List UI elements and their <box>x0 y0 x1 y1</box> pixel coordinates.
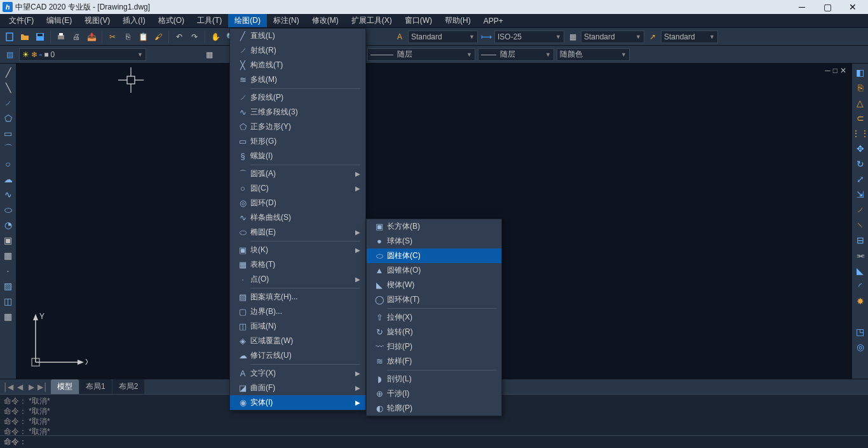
text-style-combo[interactable]: Standard▼ <box>408 31 478 43</box>
solid-menu-cone[interactable]: ▲圆锥体(O) <box>367 263 501 278</box>
pan-icon[interactable]: ✋ <box>208 30 222 44</box>
tab-模型[interactable]: 模型 <box>51 379 79 394</box>
ellipse-arc-tool-icon[interactable]: ◔ <box>2 219 15 231</box>
lineweight-combo[interactable]: ——随层▼ <box>478 48 554 61</box>
menu-窗口[interactable]: 窗口(W) <box>398 14 438 27</box>
open-icon[interactable] <box>18 30 32 44</box>
paste-icon[interactable]: 📋 <box>136 30 150 44</box>
menu-APP+[interactable]: APP+ <box>477 15 510 27</box>
table-style-icon[interactable]: ▦ <box>566 30 580 44</box>
tab-prev-icon[interactable]: ◀ <box>14 381 25 393</box>
print-preview-icon[interactable]: 🖨 <box>69 30 83 44</box>
solid-menu-cylinder[interactable]: ⬭圆柱体(C) <box>367 248 501 263</box>
new-icon[interactable] <box>3 30 17 44</box>
draw-menu-region[interactable]: ◫面域(N) <box>230 319 365 334</box>
menu-文件[interactable]: 文件(F) <box>3 14 40 27</box>
copy-icon[interactable]: ⎘ <box>121 30 135 44</box>
offset-tool-icon[interactable]: ⊂ <box>854 112 867 125</box>
tab-布局1[interactable]: 布局1 <box>79 379 112 394</box>
revcloud-tool-icon[interactable]: ☁ <box>2 173 15 186</box>
circle-tool-icon[interactable]: ○ <box>2 158 15 170</box>
draw-menu-pline[interactable]: ⟋多段线(P) <box>230 90 365 105</box>
draw-menu-arc[interactable]: ⌒圆弧(A)▶ <box>230 166 365 181</box>
tab-布局2[interactable]: 布局2 <box>112 379 145 394</box>
maximize-button[interactable]: ▢ <box>815 0 840 14</box>
menu-修改[interactable]: 修改(M) <box>306 14 345 27</box>
tab-last-icon[interactable]: ▶│ <box>37 381 48 393</box>
make-block-tool-icon[interactable]: ▦ <box>2 249 15 262</box>
dim-style-icon[interactable]: ⟼ <box>479 30 493 44</box>
draw-menu-ray[interactable]: ⟋射线(R) <box>230 43 365 58</box>
layer-manager-icon[interactable]: ▤ <box>3 48 17 62</box>
command-input[interactable] <box>29 437 864 448</box>
menu-标注[interactable]: 标注(N) <box>267 14 306 27</box>
trim-tool-icon[interactable]: ⟋ <box>854 203 867 216</box>
join-tool-icon[interactable]: ⫘ <box>854 249 867 262</box>
draw-menu-block[interactable]: ▣块(K)▶ <box>230 243 365 257</box>
mleader-style-combo[interactable]: Standard▼ <box>661 31 718 43</box>
draw-menu-spline[interactable]: ∿样条曲线(S) <box>230 210 365 225</box>
redo-icon[interactable]: ↷ <box>187 30 201 44</box>
publish-icon[interactable]: 📤 <box>85 30 98 44</box>
region-tool-icon[interactable]: ◫ <box>2 295 15 308</box>
cut-icon[interactable]: ✂ <box>105 30 119 44</box>
layer-state-icon[interactable]: ▦ <box>202 48 216 62</box>
scale-tool-icon[interactable]: ⤢ <box>854 173 867 186</box>
draw-menu-point[interactable]: ·点(O)▶ <box>230 272 365 287</box>
extend-tool-icon[interactable]: ⟍ <box>854 219 867 231</box>
menu-插入[interactable]: 插入(I) <box>116 14 151 27</box>
draw-menu-polygon[interactable]: ⬠正多边形(Y) <box>230 119 365 134</box>
stretch-tool-icon[interactable]: ⇲ <box>854 188 867 201</box>
menu-视图[interactable]: 视图(V) <box>78 14 116 27</box>
draw-menu-circle[interactable]: ○圆(C)▶ <box>230 181 365 196</box>
draw-menu-3dpline[interactable]: ∿三维多段线(3) <box>230 105 365 119</box>
solid-menu-interfere[interactable]: ⊕干涉(I) <box>367 386 501 401</box>
draw-menu-wipeout[interactable]: ◈区域覆盖(W) <box>230 334 365 348</box>
draw-menu-donut[interactable]: ◎圆环(D) <box>230 196 365 210</box>
copy-tool-icon[interactable]: ⎘ <box>854 81 867 94</box>
hatch-tool-icon[interactable]: ▨ <box>2 280 15 292</box>
solid-menu-torus[interactable]: ◯圆环体(T) <box>367 292 501 307</box>
menu-编辑[interactable]: 编辑(E) <box>40 14 78 27</box>
draw-menu-table[interactable]: ▦表格(T) <box>230 257 365 272</box>
draw-menu-revcloud[interactable]: ☁修订云线(U) <box>230 348 365 363</box>
pline-tool-icon[interactable]: ⟋ <box>2 97 15 109</box>
linetype-combo[interactable]: ———随层▼ <box>367 48 475 61</box>
solid-menu-sweep[interactable]: 〰扫掠(P) <box>367 339 501 354</box>
solid-menu-extrude[interactable]: ⇧拉伸(X) <box>367 310 501 325</box>
solid-menu-wedge[interactable]: ◣楔体(W) <box>367 278 501 292</box>
solid-menu-loft[interactable]: ≋放样(F) <box>367 354 501 369</box>
draw-menu-text[interactable]: A文字(X)▶ <box>230 366 365 381</box>
tab-next-icon[interactable]: ▶ <box>25 381 37 393</box>
insert-block-tool-icon[interactable]: ▣ <box>2 234 15 247</box>
point-tool-icon[interactable]: · <box>2 264 15 277</box>
rotate-tool-icon[interactable]: ↻ <box>854 158 867 170</box>
draw-menu-rect[interactable]: ▭矩形(G) <box>230 134 365 149</box>
table-tool-icon[interactable]: ▦ <box>2 310 15 323</box>
draw-menu-ellipse[interactable]: ⬭椭圆(E)▶ <box>230 225 365 240</box>
menu-绘图[interactable]: 绘图(D) <box>228 14 267 27</box>
color-combo[interactable]: 随颜色▼ <box>557 48 630 61</box>
break-tool-icon[interactable]: ⊟ <box>854 234 867 247</box>
draw-menu-helix[interactable]: §螺旋(I) <box>230 149 365 163</box>
draw-menu-mline[interactable]: ≋多线(M) <box>230 72 365 87</box>
chamfer-tool-icon[interactable]: ◣ <box>854 264 867 277</box>
draw-menu-boundary[interactable]: ▢边界(B)... <box>230 304 365 319</box>
layer-combo[interactable]: ☀❄▫■ 0▼ <box>19 48 146 61</box>
spline-tool-icon[interactable]: ∿ <box>2 188 15 201</box>
close-button[interactable]: ✕ <box>840 0 865 14</box>
explode-tool-icon[interactable]: ✸ <box>854 295 867 308</box>
draw-menu-xline[interactable]: ╳构造线(T) <box>230 58 365 72</box>
solid-menu-box[interactable]: ▣长方体(B) <box>367 219 501 234</box>
mleader-style-icon[interactable]: ↗ <box>646 30 660 44</box>
fillet-tool-icon[interactable]: ◜ <box>854 280 867 292</box>
save-icon[interactable] <box>33 30 47 44</box>
solid-menu-sphere[interactable]: ●球体(S) <box>367 234 501 248</box>
arc-tool-icon[interactable]: ⌒ <box>2 142 15 155</box>
match-prop-icon[interactable]: 🖌 <box>151 30 165 44</box>
array-tool-icon[interactable]: ⋮⋮ <box>854 127 867 140</box>
vp-maximize-icon[interactable]: □ <box>833 66 837 75</box>
print-icon[interactable] <box>54 30 68 44</box>
solid-menu-section[interactable]: ◐轮廓(P) <box>367 401 501 416</box>
undo-icon[interactable]: ↶ <box>172 30 186 44</box>
